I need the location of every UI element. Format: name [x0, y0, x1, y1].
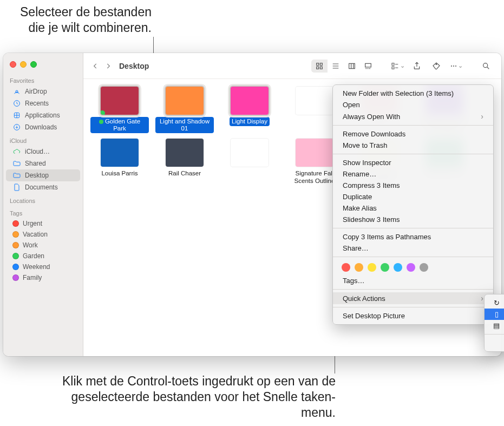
search-button[interactable] — [479, 60, 494, 73]
sidebar-item-documents[interactable]: Documents — [6, 181, 80, 193]
view-icons-button[interactable] — [311, 60, 328, 73]
menu-separator — [333, 257, 493, 257]
file-item[interactable]: Rail Chaser — [155, 139, 214, 185]
close-window-button[interactable] — [10, 61, 16, 68]
menu-separator — [333, 228, 493, 228]
toolbar: Desktop ⌄ ⌄ — [83, 53, 501, 79]
submenu-item[interactable]: ▤Convert Image — [485, 320, 504, 331]
minimize-window-button[interactable] — [20, 61, 27, 68]
sidebar-tag-urgent[interactable]: Urgent — [6, 218, 80, 229]
sidebar-item-label: Downloads — [25, 123, 57, 131]
menu-item-label: Compress 3 Items — [343, 181, 400, 189]
svg-rect-4 — [317, 63, 319, 65]
view-gallery-button[interactable] — [360, 60, 376, 73]
menu-item-label: Show Inspector — [343, 159, 391, 167]
view-list-button[interactable] — [328, 60, 344, 73]
menu-item-label: Tags… — [343, 277, 364, 285]
tag-color-button[interactable] — [355, 263, 363, 272]
sidebar-header-icloud: iCloud — [3, 133, 83, 146]
menu-item[interactable]: Duplicate — [333, 191, 493, 202]
submenu-item[interactable]: ↻Rotate Right — [485, 297, 504, 309]
menu-item[interactable]: Compress 3 Items — [333, 180, 493, 191]
menu-separator — [333, 125, 493, 126]
sidebar-item-label: Vacation — [23, 231, 48, 238]
menu-item[interactable]: Copy 3 Items as Pathnames — [333, 231, 493, 243]
menu-item[interactable]: Move to Trash — [333, 140, 493, 151]
chevron-right-icon: › — [481, 294, 483, 303]
menu-item[interactable]: Open — [333, 99, 493, 110]
file-item[interactable]: Light Display — [220, 87, 279, 133]
sidebar-item-label: Shared — [25, 160, 46, 167]
sidebar-item-icloud[interactable]: iCloud… — [6, 146, 80, 158]
file-item[interactable]: Louisa Parris — [90, 139, 149, 185]
sidebar-tag-vacation[interactable]: Vacation — [6, 229, 80, 240]
file-item[interactable]: Light and Shadow 01 — [155, 87, 214, 133]
sidebar-item-airdrop[interactable]: AirDrop — [6, 86, 80, 97]
chevron-right-icon: › — [481, 112, 483, 121]
sidebar-tag-weekend[interactable]: Weekend — [6, 261, 80, 272]
sidebar-item-label: Documents — [25, 183, 58, 191]
submenu-item[interactable]: Customize… — [485, 337, 504, 349]
tag-color-button[interactable] — [368, 263, 376, 272]
sidebar-tag-family[interactable]: Family — [6, 272, 80, 283]
menu-separator — [333, 154, 493, 154]
tag-color-button[interactable] — [420, 263, 428, 272]
file-item[interactable] — [220, 139, 279, 185]
svg-rect-6 — [317, 67, 319, 69]
file-item[interactable]: Golden Gate Park — [90, 87, 149, 133]
pdf-icon: ▯ — [492, 310, 501, 318]
menu-item[interactable]: Set Desktop Picture — [333, 310, 493, 322]
sidebar-item-applications[interactable]: Applications — [6, 109, 80, 121]
menu-item[interactable]: Always Open With› — [333, 110, 493, 122]
group-button[interactable]: ⌄ — [390, 60, 405, 73]
downloads-icon — [12, 123, 21, 132]
sidebar-tag-garden[interactable]: Garden — [6, 251, 80, 261]
folder-icon — [12, 171, 21, 180]
menu-item-label: Duplicate — [343, 193, 372, 201]
submenu-item[interactable]: ▯Create PDF — [485, 309, 504, 320]
menu-item-label: Quick Actions — [343, 294, 385, 303]
tag-dot — [12, 264, 19, 270]
file-thumbnail — [296, 139, 333, 167]
sidebar-tag-work[interactable]: Work — [6, 240, 80, 251]
tag-color-button[interactable] — [407, 263, 415, 272]
more-button[interactable]: ⌄ — [448, 60, 463, 73]
file-label: Light Display — [230, 117, 270, 126]
menu-item-label: New Folder with Selection (3 Items) — [343, 89, 454, 97]
back-button[interactable] — [89, 58, 102, 74]
menu-item-label: Slideshow 3 Items — [343, 215, 400, 224]
menu-item[interactable]: Slideshow 3 Items — [333, 214, 493, 225]
tags-button[interactable] — [429, 60, 444, 73]
menu-item[interactable]: New Folder with Selection (3 Items) — [333, 88, 493, 99]
menu-item-label: Move to Trash — [343, 141, 387, 149]
tag-color-button[interactable] — [342, 263, 350, 272]
menu-item[interactable]: Share… — [333, 243, 493, 254]
sidebar-item-shared[interactable]: Shared — [6, 158, 80, 169]
menu-item[interactable]: Show Inspector — [333, 157, 493, 168]
sidebar-item-recents[interactable]: Recents — [6, 97, 80, 109]
svg-point-12 — [436, 63, 437, 64]
view-columns-button[interactable] — [344, 60, 360, 73]
menu-item-label: Rename… — [343, 170, 376, 178]
sidebar: Favorites AirDrop Recents Applications D… — [3, 53, 83, 356]
forward-button[interactable] — [102, 58, 115, 74]
share-button[interactable] — [409, 60, 424, 73]
svg-rect-7 — [320, 67, 322, 69]
tag-dot — [12, 274, 19, 281]
tag-color-button[interactable] — [394, 263, 402, 272]
file-label: Light and Shadow 01 — [155, 117, 214, 133]
tag-color-button[interactable] — [381, 263, 389, 272]
sidebar-item-desktop[interactable]: Desktop — [6, 169, 80, 181]
menu-item[interactable]: Quick Actions› — [333, 292, 493, 304]
file-label — [312, 117, 317, 119]
menu-item[interactable]: Remove Downloads — [333, 128, 493, 140]
sidebar-item-downloads[interactable]: Downloads — [6, 121, 80, 133]
sidebar-item-label: Garden — [23, 252, 44, 260]
menu-item[interactable]: Rename… — [333, 168, 493, 180]
menu-item-label: Remove Downloads — [343, 130, 405, 138]
convert-icon: ▤ — [492, 322, 501, 330]
tag-badge — [101, 110, 105, 115]
menu-item[interactable]: Tags… — [333, 275, 493, 286]
menu-item[interactable]: Make Alias — [333, 202, 493, 214]
zoom-window-button[interactable] — [30, 61, 37, 68]
